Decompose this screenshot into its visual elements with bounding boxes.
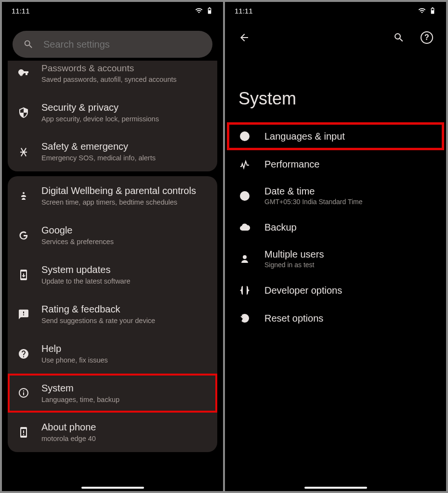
settings-item-title: Safety & emergency <box>41 141 208 153</box>
system-settings-list: Languages & input Performance Date & tim… <box>225 122 446 332</box>
system-item-title: Backup <box>264 222 433 233</box>
search-icon <box>23 39 34 50</box>
settings-item-about[interactable]: About phone motorola edge 40 <box>8 413 217 452</box>
settings-item-title: Help <box>41 343 208 355</box>
topbar: ? <box>225 19 446 56</box>
settings-main-screen: 11:11 Passwords & accounts Saved passwor… <box>2 2 223 491</box>
status-icons <box>418 7 436 14</box>
status-time: 11:11 <box>12 7 30 15</box>
wifi-icon <box>418 7 426 14</box>
system-item-languages[interactable]: Languages & input <box>227 122 444 150</box>
settings-item-safety[interactable]: Safety & emergency Emergency SOS, medica… <box>8 132 217 171</box>
feedback-icon <box>17 308 30 321</box>
settings-item-subtitle: Services & preferences <box>41 237 208 246</box>
settings-group-accounts: Passwords & accounts Saved passwords, au… <box>8 61 217 171</box>
info-icon <box>17 387 30 399</box>
system-item-backup[interactable]: Backup <box>227 213 444 241</box>
system-item-title: Performance <box>264 159 433 170</box>
system-item-reset[interactable]: Reset options <box>227 304 444 332</box>
system-item-title: Date & time <box>264 186 433 197</box>
system-item-title: Reset options <box>264 313 433 324</box>
key-icon <box>17 67 30 79</box>
shield-icon <box>17 106 30 119</box>
asterisk-icon <box>17 145 30 158</box>
cloud-icon <box>238 221 251 234</box>
system-item-developer[interactable]: Developer options <box>227 276 444 304</box>
settings-item-title: Passwords & accounts <box>41 63 208 74</box>
settings-item-subtitle: App security, device lock, permissions <box>41 115 208 124</box>
status-bar: 11:11 <box>2 2 223 19</box>
status-icons <box>195 7 213 14</box>
settings-item-passwords[interactable]: Passwords & accounts Saved passwords, au… <box>8 61 217 93</box>
system-item-subtitle: Signed in as test <box>264 261 433 269</box>
performance-icon <box>238 158 251 170</box>
phone-update-icon <box>17 269 30 281</box>
svg-rect-2 <box>432 10 434 13</box>
search-button[interactable] <box>388 27 409 48</box>
nav-indicator[interactable] <box>304 487 367 489</box>
nav-indicator[interactable] <box>81 487 144 489</box>
settings-item-title: Digital Wellbeing & parental controls <box>41 185 208 197</box>
settings-item-subtitle: Use phone, fix issues <box>41 356 208 365</box>
page-title: System <box>225 56 446 122</box>
settings-item-title: Google <box>41 224 208 236</box>
svg-point-1 <box>23 192 25 194</box>
search-settings-bar[interactable] <box>13 31 212 58</box>
settings-item-subtitle: Update to the latest software <box>41 277 208 286</box>
settings-item-title: About phone <box>41 421 208 433</box>
settings-item-feedback[interactable]: Rating & feedback Send suggestions & rat… <box>8 295 217 334</box>
phone-info-icon <box>17 426 30 439</box>
settings-item-updates[interactable]: System updates Update to the latest soft… <box>8 255 217 295</box>
settings-item-title: System updates <box>41 264 208 276</box>
settings-item-title: Security & privacy <box>41 102 208 114</box>
settings-item-google[interactable]: Google Services & preferences <box>8 216 217 255</box>
settings-item-subtitle: Screen time, app timers, bedtime schedul… <box>41 198 208 207</box>
clock-icon <box>238 190 251 202</box>
settings-item-title: System <box>41 382 208 394</box>
system-item-datetime[interactable]: Date & time GMT+05:30 India Standard Tim… <box>227 178 444 213</box>
settings-item-subtitle: motorola edge 40 <box>41 434 208 443</box>
settings-item-subtitle: Emergency SOS, medical info, alerts <box>41 154 208 163</box>
system-item-subtitle: GMT+05:30 India Standard Time <box>264 198 433 206</box>
svg-rect-0 <box>209 10 211 13</box>
user-icon <box>238 253 251 265</box>
settings-item-help[interactable]: Help Use phone, fix issues <box>8 334 217 374</box>
back-arrow-icon <box>238 32 250 43</box>
settings-item-subtitle: Languages, time, backup <box>41 395 208 404</box>
settings-item-title: Rating & feedback <box>41 303 208 315</box>
settings-item-subtitle: Send suggestions & rate your device <box>41 316 208 325</box>
system-item-title: Developer options <box>264 285 433 296</box>
system-item-title: Multiple users <box>264 249 433 260</box>
braces-icon <box>238 284 251 297</box>
settings-item-security[interactable]: Security & privacy App security, device … <box>8 93 217 132</box>
battery-icon <box>206 7 213 14</box>
status-time: 11:11 <box>235 7 253 15</box>
settings-item-wellbeing[interactable]: Digital Wellbeing & parental controls Sc… <box>8 176 217 216</box>
settings-item-subtitle: Saved passwords, autofill, synced accoun… <box>41 75 208 84</box>
system-item-users[interactable]: Multiple users Signed in as test <box>227 241 444 276</box>
google-icon <box>17 229 30 242</box>
system-item-title: Languages & input <box>264 131 433 142</box>
wifi-icon <box>195 7 203 14</box>
settings-item-system[interactable]: System Languages, time, backup <box>8 374 217 413</box>
search-settings-input[interactable] <box>43 39 202 50</box>
help-icon <box>17 348 30 360</box>
status-bar: 11:11 <box>225 2 446 19</box>
wellbeing-icon <box>17 190 30 202</box>
svg-point-5 <box>243 256 246 259</box>
back-button[interactable] <box>234 27 255 48</box>
search-icon <box>393 32 405 43</box>
help-icon: ? <box>421 31 433 44</box>
system-settings-screen: 11:11 ? System Languages & input Perform… <box>225 2 446 491</box>
system-item-performance[interactable]: Performance <box>227 150 444 178</box>
globe-icon <box>238 130 251 143</box>
battery-icon <box>429 7 436 14</box>
settings-group-system: Digital Wellbeing & parental controls Sc… <box>8 176 217 452</box>
reset-icon <box>238 312 251 324</box>
help-button[interactable]: ? <box>416 27 437 48</box>
